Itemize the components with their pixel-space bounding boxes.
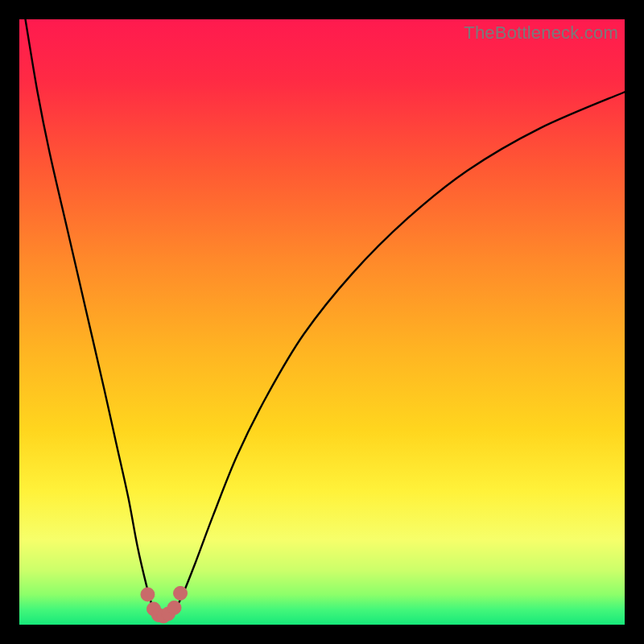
plot-frame: TheBottleneck.com [19, 19, 625, 625]
watermark-text: TheBottleneck.com [464, 23, 618, 43]
dip-marker [141, 588, 155, 601]
gradient-background [19, 19, 625, 625]
dip-marker [174, 586, 188, 600]
dip-marker [167, 601, 181, 614]
bottleneck-plot [19, 19, 625, 625]
